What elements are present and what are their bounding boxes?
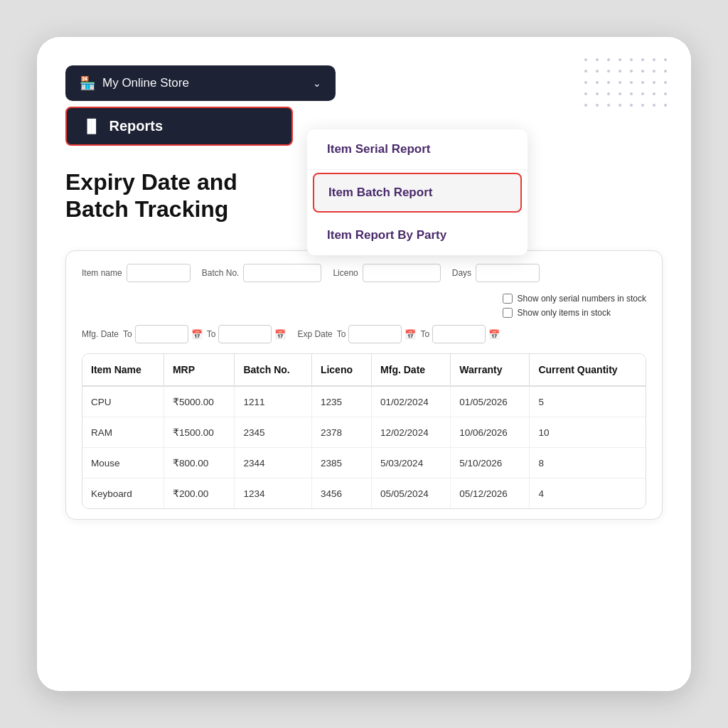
cell-batch-no: 1234: [235, 478, 311, 509]
exp-to-input[interactable]: [432, 325, 486, 343]
mfg-date-to: To 📅: [207, 325, 287, 343]
exp-to-calendar-icon[interactable]: 📅: [488, 329, 500, 340]
mfg-from-label: To: [123, 329, 132, 339]
store-icon: 🏪: [80, 75, 95, 91]
cell-warranty: 05/12/2026: [451, 478, 530, 509]
show-items-row: Show only items in stock: [503, 308, 646, 318]
days-label: Days: [452, 268, 471, 278]
exp-date-label: Exp Date: [297, 329, 332, 339]
col-header-warranty: Warranty: [451, 354, 530, 386]
mfg-date-label: Mfg. Date: [82, 329, 119, 339]
batch-no-label: Batch No.: [202, 268, 240, 278]
cell-mfg-date: 5/03/2024: [372, 448, 451, 478]
batch-no-input[interactable]: [243, 264, 321, 282]
table-row: Keyboard ₹200.00 1234 3456 05/05/2024 05…: [82, 478, 646, 509]
cell-mfg-date: 05/05/2024: [372, 478, 451, 509]
table-row: RAM ₹1500.00 2345 2378 12/02/2024 10/06/…: [82, 417, 646, 448]
exp-date-to: To 📅: [420, 325, 500, 343]
cell-liceno: 2378: [311, 417, 371, 448]
cell-liceno: 2385: [311, 448, 371, 478]
cell-current-qty: 8: [530, 448, 646, 478]
cell-current-qty: 5: [530, 386, 646, 417]
cell-batch-no: 2345: [235, 417, 311, 448]
filter-item-name: Item name: [82, 264, 191, 282]
item-name-label: Item name: [82, 268, 122, 278]
filter-batch-no: Batch No.: [202, 264, 322, 282]
col-header-item-name: Item Name: [82, 354, 164, 386]
main-card: 🏪 My Online Store ⌄ ▐▌ Reports Item Seri…: [37, 37, 691, 691]
show-serial-label: Show only serial numbers in stock: [518, 294, 646, 304]
cell-warranty: 5/10/2026: [451, 448, 530, 478]
cell-mfg-date: 01/02/2024: [372, 386, 451, 417]
col-header-mfg-date: Mfg. Date: [372, 354, 451, 386]
filter-mfg-date: Mfg. Date To 📅 To 📅: [82, 325, 286, 343]
exp-date-from: To 📅: [337, 325, 417, 343]
mfg-from-calendar-icon[interactable]: 📅: [191, 329, 203, 340]
dropdown-item-batch-report[interactable]: Item Batch Report: [313, 173, 522, 213]
mfg-to-label: To: [207, 329, 216, 339]
cell-batch-no: 1211: [235, 386, 311, 417]
filter-days: Days: [452, 264, 540, 282]
col-header-batch-no: Batch No.: [235, 354, 311, 386]
item-name-input[interactable]: [127, 264, 191, 282]
table-header-row: Item Name MRP Batch No. Liceno Mfg. Date…: [82, 354, 646, 386]
reports-icon: ▐▌: [82, 119, 101, 134]
cell-current-qty: 4: [530, 478, 646, 509]
cell-mrp: ₹1500.00: [164, 417, 234, 448]
days-input[interactable]: [476, 264, 540, 282]
cell-mrp: ₹200.00: [164, 478, 234, 509]
cell-mrp: ₹800.00: [164, 448, 234, 478]
liceno-label: Liceno: [333, 268, 358, 278]
cell-warranty: 01/05/2026: [451, 386, 530, 417]
exp-from-label: To: [337, 329, 346, 339]
cell-liceno: 3456: [311, 478, 371, 509]
filter-row-2: Mfg. Date To 📅 To 📅 Exp Date To 📅: [82, 325, 646, 343]
table-row: CPU ₹5000.00 1211 1235 01/02/2024 01/05/…: [82, 386, 646, 417]
filter-liceno: Liceno: [333, 264, 440, 282]
mfg-date-from: To 📅: [123, 325, 203, 343]
reports-label: Reports: [109, 118, 164, 134]
exp-from-calendar-icon[interactable]: 📅: [405, 329, 416, 340]
filter-exp-date: Exp Date To 📅 To 📅: [297, 325, 500, 343]
cell-mfg-date: 12/02/2024: [372, 417, 451, 448]
store-navbar[interactable]: 🏪 My Online Store ⌄: [65, 65, 336, 101]
cell-item-name: CPU: [82, 386, 164, 417]
show-items-label: Show only items in stock: [518, 308, 611, 318]
exp-to-label: To: [420, 329, 429, 339]
mfg-from-input[interactable]: [135, 325, 188, 343]
filter-checkboxes: Show only serial numbers in stock Show o…: [503, 294, 646, 318]
top-section: 🏪 My Online Store ⌄ ▐▌ Reports Item Seri…: [65, 65, 663, 250]
cell-liceno: 1235: [311, 386, 371, 417]
cell-current-qty: 10: [530, 417, 646, 448]
store-name: My Online Store: [102, 76, 313, 90]
reports-nav-item[interactable]: ▐▌ Reports: [65, 107, 293, 146]
data-table: Item Name MRP Batch No. Liceno Mfg. Date…: [82, 353, 646, 509]
cell-warranty: 10/06/2026: [451, 417, 530, 448]
dropdown-item-party-report[interactable]: Item Report By Party: [307, 215, 528, 255]
cell-item-name: RAM: [82, 417, 164, 448]
table-row: Mouse ₹800.00 2344 2385 5/03/2024 5/10/2…: [82, 448, 646, 478]
cell-mrp: ₹5000.00: [164, 386, 234, 417]
liceno-input[interactable]: [363, 264, 441, 282]
show-serial-row: Show only serial numbers in stock: [503, 294, 646, 304]
cell-batch-no: 2344: [235, 448, 311, 478]
cell-item-name: Mouse: [82, 448, 164, 478]
filter-panel: Item name Batch No. Liceno Days Show onl…: [65, 250, 663, 520]
filter-row-1: Item name Batch No. Liceno Days Show onl…: [82, 264, 646, 318]
col-header-current-qty: Current Quantity: [530, 354, 646, 386]
mfg-to-calendar-icon[interactable]: 📅: [274, 329, 286, 340]
dropdown-item-serial-report[interactable]: Item Serial Report: [307, 129, 528, 170]
col-header-liceno: Liceno: [311, 354, 371, 386]
cell-item-name: Keyboard: [82, 478, 164, 509]
mfg-to-input[interactable]: [218, 325, 272, 343]
col-header-mrp: MRP: [164, 354, 234, 386]
chevron-icon: ⌄: [313, 77, 321, 89]
reports-dropdown: Item Serial Report Item Batch Report Ite…: [307, 129, 528, 255]
show-serial-checkbox[interactable]: [503, 294, 513, 304]
show-items-checkbox[interactable]: [503, 308, 513, 318]
exp-from-input[interactable]: [348, 325, 402, 343]
